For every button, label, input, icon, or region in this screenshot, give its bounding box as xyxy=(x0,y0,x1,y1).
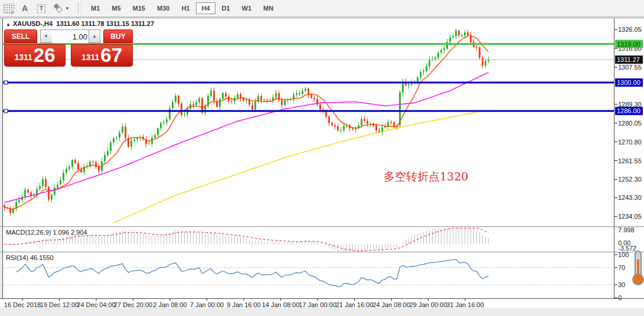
thermometer-icon xyxy=(631,250,644,287)
time-axis-label: 14 Jan 08:00 xyxy=(262,301,300,308)
timeframe-button-h1[interactable]: H1 xyxy=(176,2,195,14)
sell-price-pips: 26 xyxy=(34,47,55,64)
collapse-triangle-icon[interactable]: ▲ xyxy=(6,22,11,27)
time-axis-label: 17 Jan 00:00 xyxy=(299,301,336,308)
timeframe-button-m15[interactable]: M15 xyxy=(128,2,151,14)
buy-quote-button[interactable]: 1311 67 xyxy=(71,44,133,67)
buy-button[interactable]: BUY xyxy=(103,29,133,43)
price-axis-label: 1234.05 xyxy=(618,213,642,220)
volume-input[interactable] xyxy=(53,31,89,43)
price-axis-label: 1307.55 xyxy=(618,64,642,71)
price-axis-label: 1280.05 xyxy=(618,120,642,127)
volume-box xyxy=(51,29,89,43)
price-axis-label: 1326.05 xyxy=(618,26,642,33)
timeframe-button-d1[interactable]: D1 xyxy=(217,2,236,14)
symbol-header: ▲XAUUSD-,H4 1311.60 1311.78 1311.15 1311… xyxy=(6,20,154,27)
rsi-axis-label: 100 xyxy=(618,251,629,258)
trade-panel-top-row: SELL ▼ ▲ BUY xyxy=(4,29,133,43)
price-axis-label: 1252.30 xyxy=(618,176,642,183)
price-axis: 1326.051316.801307.551289.301280.051270.… xyxy=(614,26,642,220)
sell-button[interactable]: SELL xyxy=(4,29,37,43)
sell-quote-button[interactable]: 1311 26 xyxy=(4,44,66,67)
price-axis-label: 1261.55 xyxy=(618,157,642,164)
time-axis-label: 27 Dec 20:00 xyxy=(114,301,152,308)
mt4-window: F A T ▼ M1M5M15M30H1H4D1W1MN ▲XAUUSD-,H4… xyxy=(0,0,644,316)
chevron-down-icon: ▼ xyxy=(65,6,70,11)
buy-price-big-figure: 1311 xyxy=(81,52,99,62)
symbols-grid-icon[interactable]: F xyxy=(1,2,15,15)
timeframe-button-m5[interactable]: M5 xyxy=(106,2,126,14)
timeframe-button-m30[interactable]: M30 xyxy=(152,2,175,14)
time-axis-label: 2 Jan 08:00 xyxy=(153,301,187,308)
time-axis-label: 31 Jan 16:00 xyxy=(446,301,484,308)
one-click-trade-panel: SELL ▼ ▲ BUY 1311 26 1311 67 xyxy=(4,29,133,67)
timeframe-button-mn[interactable]: MN xyxy=(258,2,279,14)
sell-price-big-figure: 1311 xyxy=(14,52,32,62)
time-axis-label: 16 Dec 2018 xyxy=(4,301,41,308)
timeframe-buttons: M1M5M15M30H1H4D1W1MN xyxy=(85,2,279,14)
timeframe-button-h4[interactable]: H4 xyxy=(196,2,215,14)
timeframe-button-w1[interactable]: W1 xyxy=(237,2,257,14)
rsi-indicator-label: RSI(14) 46.1550 xyxy=(6,254,54,261)
rsi-line xyxy=(17,259,489,287)
price-axis-label: 1289.30 xyxy=(618,101,642,108)
volume-decrease-button[interactable]: ▼ xyxy=(40,29,52,43)
macd-indicator-label: MACD(12,26,9) 1.096 2.904 xyxy=(6,229,87,236)
price-badge-value: 1286.00 xyxy=(617,107,640,114)
timeframe-button-m1[interactable]: M1 xyxy=(86,2,105,14)
macd-axis-label: 7.998 xyxy=(618,226,635,233)
text-tool-icon[interactable]: T xyxy=(34,2,48,15)
time-axis-label: 21 Jan 16:00 xyxy=(336,301,374,308)
price-badge-value: 1319.00 xyxy=(617,41,640,48)
toolbar-separator xyxy=(78,2,81,14)
time-axis-label: 19 Dec 12:00 xyxy=(40,301,79,308)
price-badge-value: 1311.27 xyxy=(617,56,640,63)
rsi-axis-label: 30 xyxy=(618,281,625,288)
toolbar: F A T ▼ M1M5M15M30H1H4D1W1MN xyxy=(0,0,644,17)
price-axis-label: 1270.80 xyxy=(618,139,642,146)
time-axis-label: 24 Jan 08:00 xyxy=(372,301,410,308)
symbol-name: XAUUSD-,H4 xyxy=(13,20,53,27)
rsi-axis-label: 0 xyxy=(618,294,622,301)
hline-handle[interactable] xyxy=(4,109,8,113)
shapes-tool-icon[interactable]: ▼ xyxy=(51,2,71,15)
shapes-icon-glyph xyxy=(52,4,64,13)
hline-handle[interactable] xyxy=(4,81,8,84)
volume-increase-button[interactable]: ▲ xyxy=(89,29,100,43)
time-axis-label: 9 Jan 16:00 xyxy=(227,301,261,308)
price-badge-value: 1300.00 xyxy=(617,79,640,86)
time-axis-label: 7 Jan 00:00 xyxy=(190,301,224,308)
price-axis-label: 1243.30 xyxy=(618,194,642,201)
chart-annotation-text: 多空转折点1320 xyxy=(384,169,468,185)
label-tool-icon[interactable]: A xyxy=(18,2,32,15)
buy-price-pips: 67 xyxy=(100,47,122,64)
time-axis-label: 24 Dec 04:00 xyxy=(77,301,115,308)
rsi-axis-label: 70 xyxy=(618,264,625,271)
symbol-quote: 1311.60 1311.78 1311.15 1311.27 xyxy=(56,20,154,27)
time-axis-label: 29 Jan 00:00 xyxy=(410,301,447,308)
